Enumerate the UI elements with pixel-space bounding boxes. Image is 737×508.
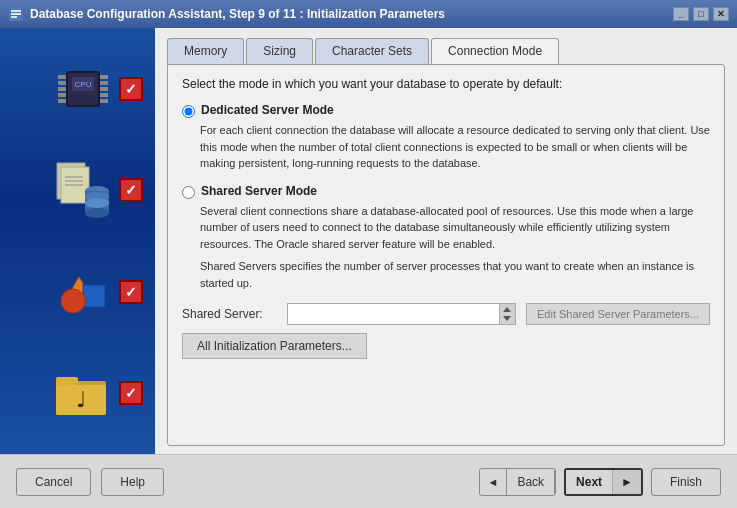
dedicated-mode-option[interactable]: Dedicated Server Mode (182, 103, 710, 118)
shared-server-input[interactable] (287, 303, 500, 325)
close-button[interactable]: ✕ (713, 7, 729, 21)
svg-rect-32 (56, 377, 78, 385)
svg-point-25 (85, 208, 109, 218)
shared-mode-group: Shared Server Mode Several client connec… (182, 184, 710, 292)
shared-mode-radio[interactable] (182, 186, 195, 199)
svg-rect-1 (11, 10, 21, 12)
dedicated-mode-group: Dedicated Server Mode For each client co… (182, 103, 710, 172)
svg-rect-29 (83, 285, 105, 307)
next-arrow-button[interactable]: ► (612, 470, 641, 494)
title-bar: Database Configuration Assistant, Step 9… (0, 0, 737, 28)
svg-rect-14 (100, 93, 108, 97)
sidebar-item-4: ♩ ✓ (13, 366, 143, 421)
window-controls[interactable]: _ □ ✕ (673, 7, 729, 21)
dedicated-mode-radio[interactable] (182, 105, 195, 118)
sidebar: CPU ✓ (0, 28, 155, 454)
tab-memory[interactable]: Memory (167, 38, 244, 64)
shared-mode-extra: Shared Servers specifies the number of s… (200, 258, 710, 291)
help-button[interactable]: Help (101, 468, 164, 496)
cancel-button[interactable]: Cancel (16, 468, 91, 496)
svg-point-27 (85, 198, 109, 208)
svg-rect-9 (58, 93, 66, 97)
shared-mode-option[interactable]: Shared Server Mode (182, 184, 710, 199)
main-content: CPU ✓ (0, 28, 737, 454)
shared-mode-desc: Several client connections share a datab… (200, 203, 710, 253)
back-arrow-button[interactable]: ◄ (480, 470, 507, 494)
shared-mode-label[interactable]: Shared Server Mode (201, 184, 317, 198)
maximize-button[interactable]: □ (693, 7, 709, 21)
svg-rect-11 (100, 75, 108, 79)
shared-server-label: Shared Server: (182, 307, 287, 321)
svg-rect-13 (100, 87, 108, 91)
svg-rect-15 (100, 99, 108, 103)
right-panel: Memory Sizing Character Sets Connection … (155, 28, 737, 454)
all-init-params-button[interactable]: All Initialization Parameters... (182, 333, 367, 359)
footer-left: Cancel Help (16, 468, 164, 496)
check-4: ✓ (119, 381, 143, 405)
finish-button[interactable]: Finish (651, 468, 721, 496)
folder-icon: ♩ (53, 366, 113, 421)
check-1: ✓ (119, 77, 143, 101)
next-button[interactable]: Next (566, 470, 612, 494)
svg-text:♩: ♩ (76, 387, 86, 412)
minimize-button[interactable]: _ (673, 7, 689, 21)
chip-icon: CPU (53, 61, 113, 116)
spinner-down-icon (503, 316, 511, 321)
check-3: ✓ (119, 280, 143, 304)
svg-rect-8 (58, 87, 66, 91)
svg-rect-7 (58, 81, 66, 85)
svg-rect-12 (100, 81, 108, 85)
content-description: Select the mode in which you want your d… (182, 77, 710, 91)
shared-server-row: Shared Server: Edit Shared Server Parame… (182, 303, 710, 325)
init-params-row: All Initialization Parameters... (182, 333, 710, 359)
svg-point-30 (61, 289, 85, 313)
spinner-button[interactable] (500, 303, 516, 325)
next-nav-group: Next ► (564, 468, 643, 496)
svg-rect-10 (58, 99, 66, 103)
edit-shared-server-button[interactable]: Edit Shared Server Parameters... (526, 303, 710, 325)
content-area: Select the mode in which you want your d… (167, 64, 725, 446)
svg-rect-3 (11, 16, 17, 18)
svg-text:CPU: CPU (74, 80, 91, 89)
app-icon (8, 6, 24, 22)
sidebar-item-2: ✓ (13, 163, 143, 218)
tab-connection-mode[interactable]: Connection Mode (431, 38, 559, 64)
db-docs-icon (53, 163, 113, 218)
svg-rect-6 (58, 75, 66, 79)
spinner-up-icon (503, 307, 511, 312)
footer-right: ◄ Back Next ► Finish (479, 468, 722, 496)
title-text: Database Configuration Assistant, Step 9… (30, 7, 445, 21)
back-button[interactable]: Back (506, 469, 555, 495)
tab-bar: Memory Sizing Character Sets Connection … (167, 38, 725, 64)
dedicated-mode-label[interactable]: Dedicated Server Mode (201, 103, 334, 117)
tab-sizing[interactable]: Sizing (246, 38, 313, 64)
back-nav-group: ◄ Back (479, 468, 557, 496)
footer: Cancel Help ◄ Back Next ► Finish (0, 454, 737, 508)
tab-character-sets[interactable]: Character Sets (315, 38, 429, 64)
check-2: ✓ (119, 178, 143, 202)
shapes-icon (53, 264, 113, 319)
svg-rect-2 (11, 13, 21, 15)
sidebar-item-1: CPU ✓ (13, 61, 143, 116)
sidebar-item-3: ✓ (13, 264, 143, 319)
dedicated-mode-desc: For each client connection the database … (200, 122, 710, 172)
